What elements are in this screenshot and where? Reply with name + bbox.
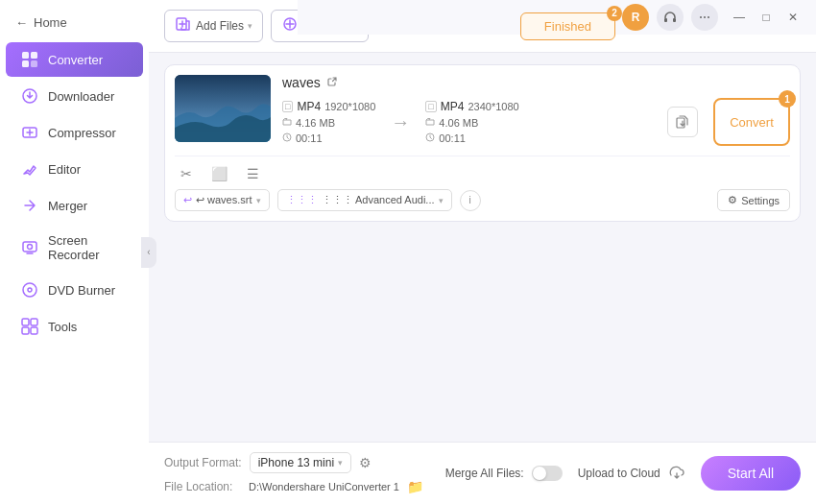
source-duration-row: 00:11 [282,132,375,144]
target-specs: □ MP4 2340*1080 4.06 MB [425,100,518,144]
sidebar-item-merger[interactable]: Merger [6,188,143,223]
audio-value: ⋮⋮⋮ Advanced Audi... [322,194,435,206]
source-size-row: 4.16 MB [282,117,375,129]
convert-button-badge: 1 [779,90,796,108]
svg-rect-3 [31,60,37,67]
upload-cloud-icon[interactable] [668,464,685,484]
compressor-icon [21,124,38,141]
dvd-burner-label: DVD Burner [48,283,115,298]
menu-icon[interactable] [691,4,718,31]
arrow-icon: → [391,111,410,133]
sidebar-item-dvd-burner[interactable]: DVD Burner [6,273,143,307]
external-link-icon[interactable] [326,76,338,90]
output-format-select[interactable]: iPhone 13 mini ▾ [250,452,351,473]
add-files-icon [175,15,192,36]
file-top: waves □ MP4 [175,75,790,146]
minimize-button[interactable]: — [728,6,751,29]
start-all-label: Start All [728,466,774,481]
svg-point-7 [28,245,33,250]
downloader-icon [21,87,38,105]
svg-point-18 [708,16,709,18]
sidebar: ← Home Converter Downloader [0,0,149,504]
source-duration: 00:11 [296,132,323,144]
converter-icon [21,51,38,68]
settings-button[interactable]: ⚙ Settings [717,189,790,211]
close-button[interactable]: ✕ [781,6,804,29]
settings-gear-icon[interactable]: ⚙ [359,455,372,470]
sidebar-item-compressor[interactable]: Compressor [6,115,143,150]
audio-select[interactable]: ⋮⋮⋮ ⋮⋮⋮ Advanced Audi... ▾ [277,189,452,211]
target-format-box-icon: □ [425,101,436,112]
info-button[interactable]: i [460,190,481,211]
back-button[interactable]: ← Home [0,8,149,41]
sidebar-item-downloader[interactable]: Downloader [6,79,143,113]
sidebar-item-converter[interactable]: Converter [6,42,143,77]
maximize-button[interactable]: □ [755,6,778,29]
downloader-label: Downloader [48,89,114,104]
effects-button[interactable]: ☰ [241,164,265,183]
subtitle-value: ↩ waves.srt [196,194,252,206]
format-chevron-icon: ▾ [338,458,343,468]
svg-rect-14 [664,18,667,22]
tools-label: Tools [48,320,77,334]
audio-icon: ⋮⋮⋮ [286,194,318,206]
file-location-row: File Location: D:\Wondershare UniConvert… [164,479,430,494]
svg-rect-2 [22,60,29,67]
merger-label: Merger [48,199,87,213]
gear-icon: ⚙ [728,194,737,206]
target-folder-icon [425,117,435,129]
add-files-button[interactable]: Add Files ▾ [164,10,263,42]
file-name-row: waves [282,75,790,90]
svg-rect-15 [673,18,676,22]
sidebar-item-tools[interactable]: Tools [6,309,143,344]
file-location-value: D:\Wondershare UniConverter 1 [249,481,399,492]
sidebar-item-screen-recorder[interactable]: Screen Recorder [6,225,143,271]
folder-icon[interactable]: 📁 [407,479,423,494]
merger-icon [21,197,38,214]
crop-button[interactable]: ⬜ [205,164,233,183]
avatar-icon[interactable]: R [622,4,649,31]
svg-rect-12 [22,327,29,334]
bottom-left: Output Format: iPhone 13 mini ▾ ⚙ File L… [164,452,430,494]
add-url-icon [281,15,299,36]
svg-rect-0 [22,52,29,59]
file-controls: ✂ ⬜ ☰ [175,156,790,183]
svg-rect-13 [31,327,37,334]
video-thumbnail [175,75,271,142]
sidebar-item-editor[interactable]: Editor [6,152,143,186]
merge-label: Merge All Files: [445,467,524,480]
target-resolution: 2340*1080 [468,101,518,112]
titlebar-icons: R [622,4,718,31]
output-format-row: Output Format: iPhone 13 mini ▾ ⚙ [164,452,430,473]
cut-button[interactable]: ✂ [175,164,198,183]
toggle-knob [533,467,546,480]
subtitle-select[interactable]: ↩ ↩ waves.srt ▾ [175,189,270,211]
target-clock-icon [425,132,435,144]
merge-row: Merge All Files: [445,466,563,481]
source-format-row: □ MP4 1920*1080 [282,100,375,113]
target-format-row: □ MP4 2340*1080 [425,100,518,113]
tab-finished[interactable]: Finished 2 [520,12,615,40]
finished-tab-badge: 2 [607,6,622,21]
export-button[interactable] [667,107,698,137]
tools-icon [21,318,38,335]
screen-recorder-icon [21,239,38,256]
svg-rect-24 [677,118,684,128]
sidebar-collapse-button[interactable]: ‹ [141,237,156,268]
start-all-button[interactable]: Start All [701,456,801,491]
editor-icon [21,160,38,178]
svg-rect-11 [31,319,37,325]
merge-toggle[interactable] [532,466,563,481]
svg-rect-10 [22,319,29,325]
source-specs: □ MP4 1920*1080 4.16 MB [282,100,375,144]
svg-point-17 [704,16,706,18]
arrow-col: → [375,111,425,133]
headphone-icon[interactable] [657,4,684,31]
convert-button[interactable]: 1 Convert [713,98,790,146]
subtitle-icon: ↩ [183,194,192,206]
source-format-box-icon: □ [282,101,293,112]
target-format: MP4 [441,100,465,113]
source-resolution: 1920*1080 [324,101,375,112]
output-format-value: iPhone 13 mini [258,456,334,469]
svg-point-16 [700,16,702,18]
